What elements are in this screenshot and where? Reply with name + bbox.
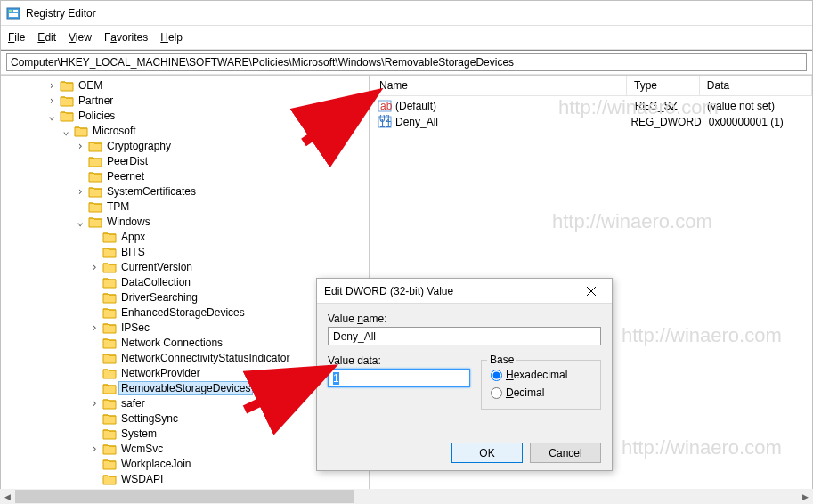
menu-file[interactable]: File	[8, 29, 25, 45]
ok-button[interactable]: OK	[451, 443, 523, 463]
expand-icon[interactable]: ›	[88, 321, 101, 334]
tree-label[interactable]: WorkplaceJoin	[118, 457, 193, 471]
tree-node[interactable]: ⌄Policies	[1, 108, 369, 123]
tree-node[interactable]: WorkplaceJoin	[1, 456, 369, 471]
tree-label[interactable]: NetworkProvider	[118, 366, 203, 380]
tree-label[interactable]: Cryptography	[104, 139, 174, 153]
tree-node[interactable]: NetworkProvider	[1, 365, 369, 380]
expand-icon[interactable]: ⌄	[45, 110, 58, 122]
tree-label[interactable]: Windows	[104, 215, 153, 229]
list-h-scrollbar[interactable]: ◀ ▶	[372, 489, 812, 503]
column-header-name[interactable]: Name	[372, 76, 627, 95]
menu-favorites[interactable]: Favorites	[104, 29, 148, 45]
tree-label[interactable]: Microsoft	[90, 124, 139, 138]
tree-label[interactable]: Peernet	[104, 169, 147, 183]
tree-label[interactable]: NetworkConnectivityStatusIndicator	[118, 351, 292, 365]
tree-node[interactable]: ›WcmSvc	[1, 441, 369, 456]
menu-view[interactable]: View	[69, 29, 92, 45]
close-icon	[587, 287, 596, 296]
radio-dec-input[interactable]	[491, 387, 502, 399]
tree-label[interactable]: EnhancedStorageDevices	[118, 305, 248, 320]
value-name-field[interactable]	[328, 327, 601, 345]
tree-node[interactable]: ›safer	[1, 395, 369, 411]
tree-node[interactable]: ›OEM	[1, 77, 369, 93]
tree-node[interactable]: WSDAPI	[1, 471, 369, 486]
tree-node[interactable]: ›Cryptography	[1, 138, 369, 153]
tree-node[interactable]: NetworkConnectivityStatusIndicator	[1, 350, 369, 365]
tree-node[interactable]: System	[1, 426, 369, 441]
list-row[interactable]: ab(Default)REG_SZ(value not set)	[372, 98, 812, 114]
tree-node[interactable]: ⌄Microsoft	[1, 123, 369, 138]
tree-label[interactable]: PeerDist	[104, 154, 150, 168]
scroll-right-icon[interactable]: ▶	[798, 489, 812, 503]
menubar: File Edit View Favorites Help	[1, 26, 812, 50]
tree-label[interactable]: Appx	[118, 230, 148, 244]
tree-label[interactable]: OEM	[76, 78, 105, 93]
value-data-input[interactable]	[328, 369, 470, 387]
list-row[interactable]: 011110Deny_AllREG_DWORD0x00000001 (1)	[372, 114, 812, 130]
tree-node[interactable]: PeerDist	[1, 153, 369, 168]
dialog-titlebar[interactable]: Edit DWORD (32-bit) Value	[317, 279, 612, 304]
tree-label[interactable]: WcmSvc	[118, 442, 166, 456]
expand-icon[interactable]: ›	[74, 140, 86, 152]
expand-icon[interactable]: ⌄	[74, 215, 86, 228]
tree-label[interactable]: Policies	[76, 109, 118, 123]
value-icon: ab	[378, 99, 392, 113]
tree-node[interactable]: Network Connections	[1, 335, 369, 350]
tree-node[interactable]: Peernet	[1, 168, 369, 183]
expand-icon[interactable]: ›	[45, 79, 58, 92]
tree-node[interactable]: DriverSearching	[1, 289, 369, 305]
tree-node[interactable]: BITS	[1, 244, 369, 259]
tree-node[interactable]: ›IPSec	[1, 320, 369, 335]
radio-decimal[interactable]: Decimal	[491, 384, 591, 402]
folder-icon	[102, 397, 117, 410]
column-header-type[interactable]: Type	[627, 76, 700, 95]
value-data: 0x00000001 (1)	[702, 116, 812, 128]
tree-label[interactable]: DataCollection	[118, 275, 193, 289]
tree-label[interactable]: Partner	[76, 93, 116, 108]
tree-label[interactable]: DriverSearching	[118, 290, 200, 305]
cancel-button[interactable]: Cancel	[530, 443, 601, 463]
tree-node[interactable]: TPM	[1, 199, 369, 214]
tree-node[interactable]: ›SystemCertificates	[1, 183, 369, 199]
expand-icon[interactable]: ›	[45, 94, 58, 107]
tree-label[interactable]: RemovableStorageDevices	[118, 381, 253, 395]
folder-icon	[88, 200, 102, 213]
close-button[interactable]	[578, 281, 605, 301]
folder-icon	[60, 79, 74, 92]
radio-hex-input[interactable]	[491, 370, 502, 381]
tree-label[interactable]: CurrentVersion	[118, 260, 195, 274]
tree-node[interactable]: RemovableStorageDevices	[1, 380, 369, 395]
tree-label[interactable]: safer	[118, 396, 148, 411]
tree-node[interactable]: ⌄Windows	[1, 214, 369, 229]
radio-hexadecimal[interactable]: Hexadecimal	[491, 366, 591, 384]
folder-icon	[74, 125, 88, 137]
folder-icon	[88, 155, 102, 167]
menu-edit[interactable]: Edit	[37, 29, 56, 45]
address-input[interactable]	[6, 53, 807, 71]
tree-node[interactable]: Appx	[1, 229, 369, 244]
tree-label[interactable]: BITS	[118, 245, 148, 259]
tree-label[interactable]: Network Connections	[118, 336, 225, 350]
column-header-data[interactable]: Data	[700, 76, 812, 95]
expand-icon[interactable]: ›	[74, 185, 86, 198]
folder-icon	[102, 337, 117, 349]
tree-node[interactable]: EnhancedStorageDevices	[1, 305, 369, 320]
expand-icon[interactable]: ›	[88, 443, 101, 455]
expand-icon[interactable]: ›	[88, 397, 101, 410]
tree-label[interactable]: SettingSync	[118, 411, 181, 426]
tree-pane[interactable]: ›OEM›Partner⌄Policies⌄Microsoft›Cryptogr…	[1, 76, 370, 503]
expand-icon[interactable]: ⌄	[60, 125, 72, 137]
tree-label[interactable]: SystemCertificates	[104, 184, 199, 199]
expand-icon[interactable]: ›	[88, 261, 101, 273]
tree-label[interactable]: IPSec	[118, 321, 152, 335]
folder-icon	[88, 215, 102, 228]
menu-help[interactable]: Help	[160, 29, 183, 45]
tree-node[interactable]: ›CurrentVersion	[1, 259, 369, 274]
tree-label[interactable]: TPM	[104, 199, 132, 214]
tree-node[interactable]: ›Partner	[1, 93, 369, 108]
tree-label[interactable]: System	[118, 427, 159, 441]
tree-node[interactable]: SettingSync	[1, 411, 369, 426]
tree-node[interactable]: DataCollection	[1, 274, 369, 289]
tree-label[interactable]: WSDAPI	[118, 472, 166, 486]
